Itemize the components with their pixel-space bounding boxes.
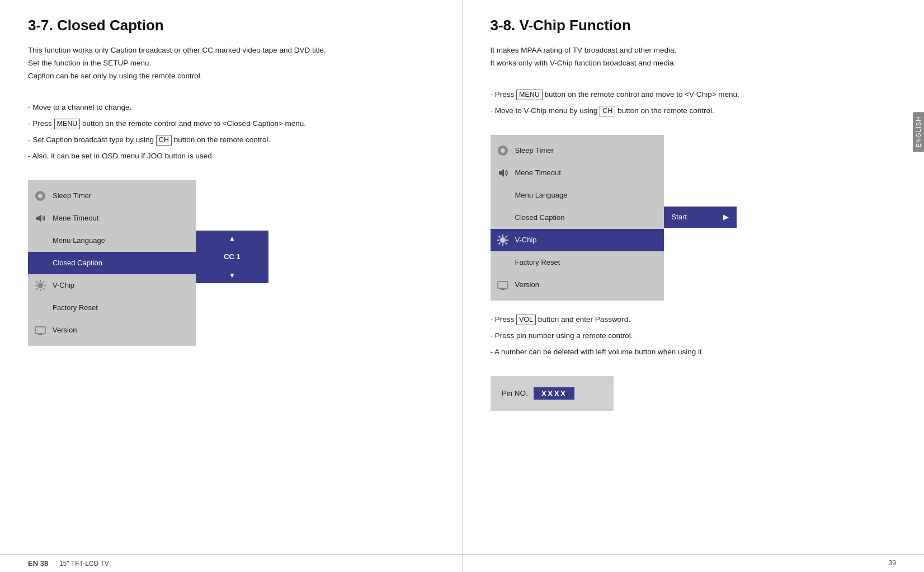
right-spacer-icon-3: [495, 255, 511, 270]
tv-icon: [32, 322, 48, 338]
left-menu-row-cc: Closed Caption: [28, 252, 196, 274]
right-speaker-icon: [495, 165, 511, 181]
right-instr-2: - Move to V-Chip menu by using CH button…: [491, 103, 902, 118]
pin-box-row: Pin NO. XXXX: [502, 387, 602, 400]
spacer-icon-1: [32, 233, 48, 249]
left-menu-label-factory: Factory Reset: [53, 303, 189, 312]
right-instr-1: - Press MENU button on the remote contro…: [491, 87, 902, 102]
svg-point-7: [37, 283, 43, 288]
svg-rect-4: [35, 195, 37, 196]
left-menu-label-sleep: Sleep Timer: [53, 191, 189, 200]
footer: EN 38 15" TFT-LCD TV 39: [0, 554, 924, 572]
gear-icon: [32, 188, 48, 204]
left-menu-row-version: Version: [28, 319, 196, 341]
right-osd-start-panel: Start ▶: [664, 207, 737, 228]
svg-marker-6: [36, 214, 41, 222]
vol-key: VOL: [516, 315, 536, 326]
right-tv-icon: [495, 277, 511, 293]
left-desc-2: Set the function in the SETUP menu.: [28, 57, 440, 70]
right-menu-label-version: Version: [515, 280, 657, 289]
left-section-title: 3-7. Closed Caption: [28, 17, 440, 34]
right-menu-row-sleep: Sleep Timer: [491, 139, 664, 162]
svg-point-1: [38, 194, 43, 198]
left-instr-2: - Press MENU button on the remote contro…: [28, 116, 440, 131]
svg-line-15: [36, 288, 38, 289]
left-osd-right-panel: ▲ CC 1 ▼: [196, 180, 268, 346]
left-menu-label-language: Menu Language: [53, 236, 189, 245]
right-osd-menu: Sleep Timer Mene Timeout Menu Language: [491, 135, 664, 301]
left-menu-label-version: Version: [53, 326, 189, 334]
right-pin-instr-1: - Press VOL button and enter Password.: [491, 312, 902, 327]
right-menu-label-language: Menu Language: [515, 191, 657, 199]
right-instructions: - Press MENU button on the remote contro…: [491, 87, 902, 118]
right-osd-menu-container: Sleep Timer Mene Timeout Menu Language: [491, 135, 902, 301]
svg-line-14: [43, 281, 45, 283]
left-desc-1: This function works only Caption broadca…: [28, 44, 440, 57]
svg-rect-23: [498, 150, 500, 151]
right-spacer-icon-1: [495, 187, 511, 203]
svg-rect-3: [40, 199, 41, 201]
right-menu-row-version: Version: [491, 274, 664, 296]
menu-key-1: MENU: [54, 119, 81, 130]
left-menu-row-language: Menu Language: [28, 229, 196, 252]
pin-box-value: XXXX: [534, 387, 574, 400]
english-side-tab: ENGLISH: [913, 112, 924, 152]
right-menu-label-sleep: Sleep Timer: [515, 146, 657, 154]
right-desc-2: It works only with V-Chip function broad…: [491, 57, 902, 70]
footer-model: 15" TFT-LCD TV: [59, 560, 109, 568]
right-menu-row-factory: Factory Reset: [491, 251, 664, 274]
right-column: 3-8. V-Chip Function It makes MPAA ratin…: [463, 0, 925, 572]
left-instructions: - Move to a channel to change. - Press M…: [28, 100, 440, 163]
spacer-icon-2: [32, 255, 48, 271]
left-menu-label-vchip: V-Chip: [53, 281, 189, 289]
pin-box-label: Pin NO.: [502, 389, 528, 397]
svg-rect-16: [35, 327, 45, 334]
right-desc-1: It makes MPAA rating of TV broadcast and…: [491, 44, 902, 57]
svg-point-20: [501, 148, 505, 153]
right-spacer-icon-2: [495, 210, 511, 226]
right-pin-instr-2: - Press pin number using a remote contro…: [491, 328, 902, 343]
left-arrow-down[interactable]: ▼: [196, 268, 268, 283]
svg-rect-5: [43, 195, 45, 196]
svg-line-13: [43, 288, 45, 289]
svg-line-12: [36, 281, 38, 283]
left-desc-3: Caption can be set only by using the rem…: [28, 70, 440, 83]
left-menu-row-factory: Factory Reset: [28, 297, 196, 319]
right-menu-label-vchip: V-Chip: [515, 236, 657, 244]
svg-rect-17: [38, 334, 43, 335]
left-column: 3-7. Closed Caption This function works …: [0, 0, 463, 572]
right-menu-row-cc: Closed Caption: [491, 207, 664, 229]
page-container: 3-7. Closed Caption This function works …: [0, 0, 924, 572]
left-instr-4: - Also, it can be set in OSD menu if JOG…: [28, 148, 440, 163]
left-instr-3: - Set Caption broadcast type by using CH…: [28, 132, 440, 147]
footer-left: EN 38 15" TFT-LCD TV: [28, 559, 109, 568]
ch-key-2: CH: [600, 106, 615, 117]
svg-rect-2: [40, 191, 41, 193]
left-menu-row-vchip: V-Chip: [28, 274, 196, 297]
footer-page: 39: [889, 559, 896, 568]
left-arrow-up[interactable]: ▲: [196, 231, 268, 246]
left-osd-menu-container: Sleep Timer Mene Timeout: [28, 180, 440, 346]
right-menu-label-timeout: Mene Timeout: [515, 168, 657, 177]
right-menu-row-vchip: V-Chip: [491, 229, 664, 251]
svg-line-32: [505, 242, 507, 244]
left-osd-menu: Sleep Timer Mene Timeout: [28, 180, 196, 346]
svg-line-33: [505, 236, 507, 237]
right-desc: It makes MPAA rating of TV broadcast and…: [491, 44, 902, 70]
right-menu-row-timeout: Mene Timeout: [491, 162, 664, 184]
left-menu-label-timeout: Mene Timeout: [53, 214, 189, 222]
right-osd-right-panel: Start ▶: [664, 135, 737, 301]
right-gear-icon: [495, 143, 511, 158]
left-menu-row-sleep: Sleep Timer: [28, 185, 196, 207]
svg-rect-21: [502, 146, 503, 148]
right-osd-start-label: Start: [672, 213, 687, 221]
right-pin-instructions: - Press VOL button and enter Password. -…: [491, 312, 902, 359]
left-menu-label-cc: Closed Caption: [53, 259, 189, 267]
svg-line-31: [498, 236, 500, 237]
left-osd-value: CC 1: [196, 246, 268, 268]
brightness-icon: [32, 278, 48, 293]
right-pin-instr-3: - A number can be deleted with left volu…: [491, 344, 902, 359]
svg-point-26: [500, 237, 506, 243]
svg-marker-25: [499, 169, 504, 177]
left-desc: This function works only Caption broadca…: [28, 44, 440, 83]
